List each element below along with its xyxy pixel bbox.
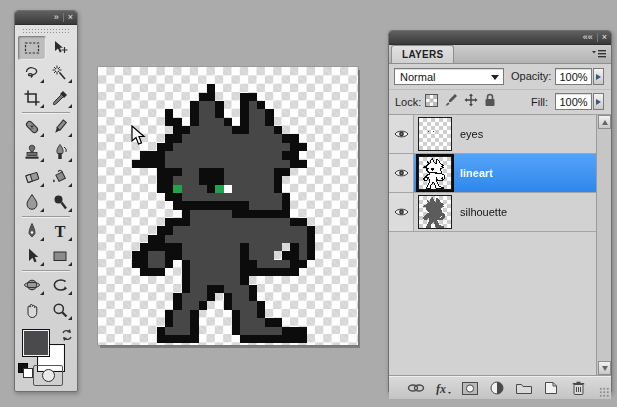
link-layers-icon[interactable] [407,380,425,396]
blend-mode-select[interactable]: Normal [394,68,504,85]
fx-layer-style-icon[interactable]: fx [434,380,452,396]
layers-panel-bottom-bar: fx [389,376,611,399]
type-tool-icon[interactable]: T [46,219,74,243]
toolbox-panel: » × T [14,10,78,392]
layer-row-silhouette[interactable]: silhouette [389,193,611,232]
fill-label: Fill: [531,96,548,108]
panel-resize-grip[interactable] [599,387,609,397]
panel-close-icon[interactable]: × [598,31,611,44]
layers-panel: «« × LAYERS Normal Opacity: 100% Lock: F… [388,30,612,393]
layer-name[interactable]: lineart [460,167,493,179]
opacity-spinner-button[interactable] [593,68,604,85]
layer-row-eyes[interactable]: eyes [389,115,611,154]
toolbox-divider [22,270,70,271]
photoshop-workspace: { "app": { "background_color": "#ababab"… [0,0,617,407]
panel-collapse-icon[interactable]: «« [579,31,597,44]
visibility-eye-icon[interactable] [389,154,414,192]
pencil-tool-icon[interactable] [46,115,74,139]
orbit-3d-tool-icon[interactable] [46,273,74,297]
pixel-art-sprite[interactable] [115,76,349,344]
visibility-eye-icon[interactable] [389,115,414,153]
toolbox-close-icon[interactable]: × [64,11,77,24]
delete-layer-icon[interactable] [569,380,587,396]
layer-name[interactable]: silhouette [460,206,507,218]
layer-thumbnail-eyes[interactable] [418,117,452,151]
eraser-tool-icon[interactable] [18,165,46,189]
healing-brush-tool-icon[interactable] [18,115,46,139]
foreground-color-swatch[interactable] [22,329,50,357]
lock-label: Lock: [395,96,421,108]
svg-text:fx: fx [436,382,446,396]
rectangle-tool-icon[interactable] [46,244,74,268]
clone-stamp-tool-icon[interactable] [18,140,46,164]
svg-text:T: T [55,223,66,240]
panel-tab-bar: LAYERS [389,45,611,64]
quick-mask-circle-icon [42,369,55,382]
layer-thumbnail-silhouette[interactable] [418,195,452,229]
magic-wand-tool-icon[interactable] [46,61,74,85]
scroll-up-button[interactable] [598,115,611,129]
layer-thumbnail-lineart[interactable] [418,156,452,190]
opacity-input[interactable]: 100% [555,68,592,85]
scroll-down-button[interactable] [598,361,611,375]
lasso-tool-icon[interactable] [18,61,46,85]
blur-tool-icon[interactable] [18,190,46,214]
lock-position-icon[interactable] [464,93,478,107]
toolbox-divider [22,216,70,217]
blend-controls-row: Normal Opacity: 100% [389,64,611,90]
path-selection-tool-icon[interactable] [18,244,46,268]
toolbox-collapse-icon[interactable]: » [50,11,63,24]
fill-input[interactable]: 100% [555,93,592,110]
paint-bucket-tool-icon[interactable] [46,165,74,189]
crop-tool-icon[interactable] [18,86,46,110]
move-tool-icon[interactable] [46,36,74,60]
tab-layers[interactable]: LAYERS [391,45,454,63]
layers-panel-titlebar[interactable]: «« × [389,31,611,45]
layer-row-lineart[interactable]: lineart [389,154,611,193]
panel-menu-icon[interactable] [592,49,606,59]
lock-icons [425,93,496,107]
eyedropper-tool-icon[interactable] [46,86,74,110]
layer-list-scrollbar[interactable] [596,115,611,375]
document-canvas[interactable] [98,67,358,345]
hand-tool-icon[interactable] [18,298,46,322]
rectangular-marquee-tool-icon[interactable] [18,36,46,60]
new-layer-icon[interactable] [542,380,560,396]
default-colors-icon[interactable] [18,363,31,376]
blend-mode-value: Normal [400,71,435,83]
visibility-eye-icon[interactable] [389,193,414,231]
rotate-3d-tool-icon[interactable] [18,273,46,297]
swap-colors-icon[interactable] [60,328,74,342]
lock-paint-icon[interactable] [444,93,458,107]
lock-controls-row: Lock: Fill: 100% [389,90,611,115]
opacity-label: Opacity: [511,70,551,82]
toolbox-drag-grip[interactable] [22,28,70,34]
lock-transparency-icon[interactable] [425,94,438,107]
layer-list: eyeslineartsilhouette [389,115,611,376]
history-brush-tool-icon[interactable] [46,140,74,164]
adjustment-layer-icon[interactable] [488,380,506,396]
quick-mask-button[interactable] [33,365,63,386]
tool-grid: T [15,36,77,323]
dodge-tool-icon[interactable] [46,190,74,214]
zoom-tool-icon[interactable] [46,298,74,322]
add-layer-mask-icon[interactable] [461,380,479,396]
chevron-down-icon [491,75,499,80]
toolbox-divider [22,112,70,113]
new-group-icon[interactable] [515,380,533,396]
fill-spinner-button[interactable] [593,93,604,110]
lock-all-icon[interactable] [484,93,496,107]
pen-tool-icon[interactable] [18,219,46,243]
layer-name[interactable]: eyes [460,128,483,140]
mouse-cursor-icon [131,125,147,147]
toolbox-titlebar[interactable]: » × [15,11,77,25]
